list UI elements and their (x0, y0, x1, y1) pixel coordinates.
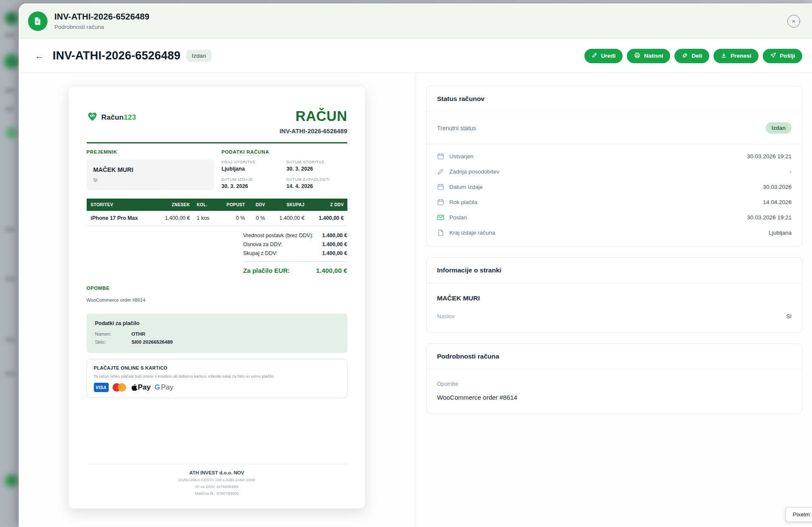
modal-subtitle: Podrobnosti računa (54, 24, 149, 30)
modal-title: INV-ATHI-2026-6526489 (54, 12, 149, 22)
details-card-title: Podrobnosti računa (427, 344, 802, 370)
company-address: DUNAJSKA CESTA 106 LJUBLJANA 1000 (87, 477, 347, 482)
details-pane: Status računov Trenutni status Izdan Ust… (415, 73, 812, 527)
toolbar-actions: Uredi Natisni Deli Prenesi Pošlji (584, 49, 802, 63)
table-row: iPhone 17 Pro Max 1.400,00 € 1 kos 0 % 0… (87, 211, 347, 226)
divider (243, 261, 347, 262)
customer-address-row: Naslov SI (437, 313, 792, 320)
share-button[interactable]: Deli (674, 49, 709, 63)
payment-logos: VISA Pay G Pay (94, 383, 340, 392)
online-payment-box: PLAČAJTE ONLINE S KARTICO Ta račun lahko… (87, 359, 347, 398)
background-nav-blob (4, 372, 15, 376)
calendar-icon (437, 153, 444, 160)
toolbar: ← INV-ATHI-2026-6526489 Izdan Uredi Nati… (19, 39, 812, 73)
google-pay-logo-icon: G Pay (155, 383, 174, 392)
invoice-document: Račun123 RAČUN INV-ATHI-2026-6526489 PRE… (68, 86, 366, 509)
link-icon (682, 52, 688, 60)
background-nav-blob (4, 338, 15, 342)
notes-text: WooCommerce order #8614 (87, 297, 347, 303)
field-kraj-storitve: KRAJ STORITVE Ljubljana (222, 160, 282, 172)
invoice-details-card: Podrobnosti računa Opombe WooCommerce or… (426, 343, 802, 414)
apple-pay-logo-icon: Pay (131, 383, 151, 392)
printer-icon (634, 52, 640, 60)
background-nav-blob (4, 227, 15, 232)
field-datum-storitve: DATUM STORITVE 30. 3. 2026 (287, 160, 347, 172)
background-nav-blob (5, 474, 18, 487)
invoice-number: INV-ATHI-2026-6526489 (279, 128, 347, 135)
divider (87, 142, 347, 143)
background-nav-blob (4, 277, 15, 281)
invoice-doc-type: RAČUN (279, 108, 347, 124)
customer-card-title: Informacije o stranki (427, 258, 802, 283)
send-button[interactable]: Pošlji (763, 49, 802, 63)
mail-icon (437, 214, 444, 221)
brand-logo: Račun123 (87, 111, 136, 124)
line-items-table: STORITEV ZNESEK KOL. POPUST DDV SKUPAJ Z… (87, 199, 347, 226)
field-datum-izdaje: DATUM IZDAJE 30. 3. 2026 (222, 177, 282, 189)
document-icon (437, 229, 444, 236)
notes-section: OPOMBE WooCommerce order #8614 (87, 286, 347, 303)
pixel-overlay-badge[interactable]: Pixelm (785, 507, 812, 522)
recipient-country: SI (93, 177, 207, 182)
print-button[interactable]: Natisni (627, 49, 670, 63)
background-nav-blob (4, 33, 15, 37)
customer-card: Informacije o stranki MAČEK MURI Naslov … (426, 257, 802, 333)
visa-logo-icon: VISA (94, 383, 109, 392)
field-datum-zapadlosti: DATUM ZAPADLOSTI 14. 4. 2026 (287, 177, 347, 189)
send-icon (770, 52, 776, 60)
download-icon (721, 52, 727, 60)
background-nav-blob (4, 88, 15, 93)
background-nav-blob (4, 54, 19, 69)
status-row-rok-placila: Rok plačila 14.04.2026 (437, 194, 792, 210)
payment-row: Sklic: SI00 20266526489 (95, 339, 339, 345)
notes-label: Opombe (437, 381, 792, 387)
recipient-box: MAČEK MURI SI (87, 160, 214, 190)
payment-info-box: Podatki za plačilo Namen: OTHR Sklic: SI… (87, 314, 347, 353)
company-vat: ID za DDV: SI76006999 (87, 484, 347, 489)
background-nav-blob (6, 127, 17, 138)
pencil-icon (437, 168, 444, 175)
notes-heading: OPOMBE (87, 286, 347, 291)
invoice-detail-modal: INV-ATHI-2026-6526489 Podrobnosti računa… (19, 3, 812, 527)
notes-value: WooCommerce order #8614 (437, 394, 792, 401)
customer-name: MAČEK MURI (437, 294, 792, 302)
edit-button[interactable]: Uredi (584, 49, 623, 63)
calendar-icon (437, 183, 444, 191)
status-row-datum-izdaje: Datum izdaje 30.03.2026 (437, 179, 792, 194)
invoice-details-heading: PODATKI RAČUNA (222, 149, 347, 154)
modal-header: INV-ATHI-2026-6526489 Podrobnosti računa… (19, 3, 812, 39)
status-row-ustvarjen: Ustvarjen 30.03.2026 19:21 (437, 149, 792, 164)
company-name: ATH INVEST d.o.o. NOV (87, 470, 347, 475)
recipient-heading: PREJEMNIK (87, 149, 214, 154)
invoice-preview-pane: Račun123 RAČUN INV-ATHI-2026-6526489 PRE… (19, 73, 415, 527)
total-row: Osnova za DDV:1.400,00 € (243, 241, 347, 247)
content: Račun123 RAČUN INV-ATHI-2026-6526489 PRE… (19, 73, 812, 527)
page-title: INV-ATHI-2026-6526489 (53, 49, 180, 62)
heart-logo-icon (87, 111, 98, 124)
close-icon[interactable]: × (787, 15, 800, 28)
background-logo-blob (5, 12, 18, 25)
company-reg: Matična št.: 9760784000 (87, 491, 347, 496)
mastercard-logo-icon (113, 383, 127, 392)
brand-name: Račun123 (102, 113, 136, 122)
back-arrow-icon[interactable]: ← (31, 49, 48, 63)
table-header-row: STORITEV ZNESEK KOL. POPUST DDV SKUPAJ Z… (87, 199, 347, 211)
status-badge: Izdan (186, 50, 211, 62)
current-status-row: Trenutni status Izdan (427, 112, 802, 144)
background-nav-blob (4, 107, 14, 111)
download-button[interactable]: Prenesi (713, 49, 758, 63)
online-payment-text: Ta račun lahko plačate tudi online s kre… (94, 374, 340, 378)
pencil-icon (592, 52, 598, 59)
total-row: Skupaj z DDV:1.400,00 € (243, 250, 347, 256)
recipient-name: MAČEK MURI (93, 166, 207, 173)
status-row-poslan: Poslan 30.03.2026 19:21 (437, 210, 792, 225)
totals-block: Vrednost postavk (brez DDV):1.400,00 € O… (243, 233, 347, 275)
payment-row: Namen: OTHR (95, 331, 339, 336)
status-badge: Izdan (766, 122, 792, 134)
status-card: Status računov Trenutni status Izdan Ust… (426, 86, 802, 247)
invoice-footer: ATH INVEST d.o.o. NOV DUNAJSKA CESTA 106… (87, 464, 347, 496)
status-card-title: Status računov (427, 86, 802, 112)
amount-due-row: Za plačilo EUR: 1.400,00 € (243, 267, 347, 275)
total-row: Vrednost postavk (brez DDV):1.400,00 € (243, 233, 347, 238)
status-row-kraj-izdaje: Kraj izdaje računa Ljubljana (437, 225, 792, 240)
